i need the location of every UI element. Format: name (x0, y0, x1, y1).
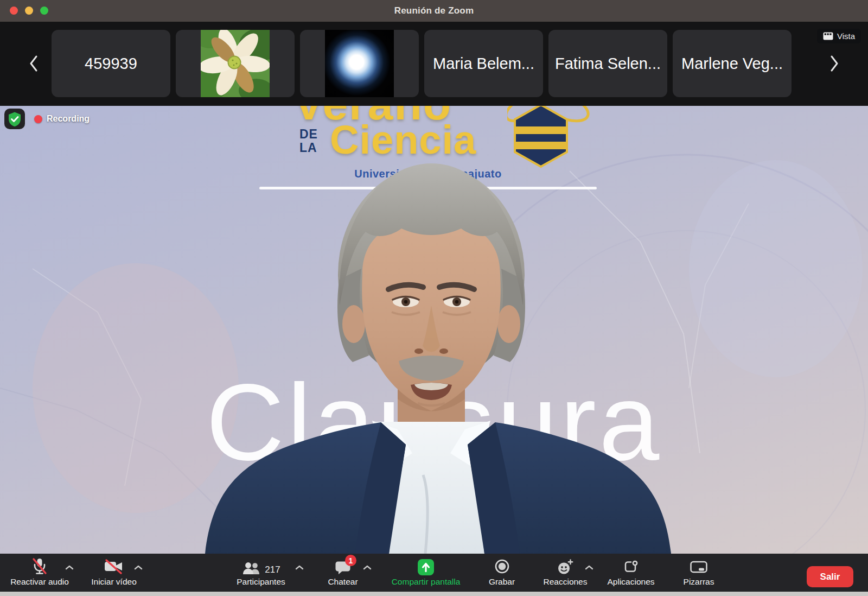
participant-tiles: 459939 (52, 30, 792, 97)
participant-name: Fatima Selen... (555, 55, 661, 73)
zoom-meeting-window: Reunión de Zoom 459939 (0, 0, 868, 596)
participants-button[interactable]: 217 Participantes (218, 557, 304, 587)
share-screen-icon (418, 559, 434, 575)
start-video-label: Iniciar vídeo (71, 577, 157, 587)
light-orb-video (325, 30, 394, 97)
encryption-shield-button[interactable] (4, 109, 25, 129)
view-button-label: Vista (837, 31, 855, 41)
chat-options-chevron[interactable] (363, 563, 372, 572)
gallery-view-icon (823, 32, 833, 40)
reactions-smiley-icon (557, 559, 574, 575)
recording-label: Recording (47, 114, 90, 124)
participants-count: 217 (265, 565, 280, 575)
chevron-up-icon (134, 565, 143, 570)
speaker-video (0, 106, 868, 554)
muted-camera-icon (104, 559, 124, 575)
whiteboards-label: Pizarras (655, 577, 742, 587)
desktop-edge (0, 592, 868, 596)
previous-participants-button[interactable] (28, 54, 39, 74)
video-options-chevron[interactable] (134, 563, 143, 572)
participant-filmstrip: 459939 (0, 22, 868, 106)
traffic-lights (10, 7, 48, 15)
chat-button[interactable]: 1 Chatear (299, 557, 386, 587)
participants-label: Participantes (218, 577, 304, 587)
flower-video (201, 30, 270, 97)
recording-indicator: Recording (34, 114, 90, 124)
meeting-status: Recording (4, 109, 90, 129)
next-participants-button[interactable] (829, 54, 840, 74)
close-window-button[interactable] (10, 7, 18, 15)
participant-name: 459939 (85, 55, 137, 73)
participant-tile-marlene[interactable]: Marlene Veg... (673, 30, 792, 97)
leave-meeting-button[interactable]: Salir (807, 566, 853, 587)
whiteboards-button[interactable]: Pizarras (655, 557, 742, 587)
share-screen-label: Compartir pantalla (382, 577, 469, 587)
view-button[interactable]: Vista (817, 29, 861, 43)
shield-check-icon (8, 111, 22, 127)
chat-unread-badge: 1 (345, 555, 356, 566)
start-video-button[interactable]: Iniciar vídeo (71, 557, 157, 587)
apps-icon (623, 559, 639, 575)
participant-tile-459939[interactable]: 459939 (52, 30, 170, 97)
share-screen-button[interactable]: Compartir pantalla (382, 557, 469, 587)
recording-dot-icon (34, 115, 42, 123)
meeting-toolbar: Reactivar audio Iniciar vídeo (0, 554, 868, 592)
main-video-area: Verano DE LA Ciencia Universidad de Guan… (0, 106, 868, 554)
chevron-up-icon (363, 565, 372, 570)
record-icon (493, 557, 511, 575)
chevron-left-icon (28, 54, 39, 73)
minimize-window-button[interactable] (25, 7, 33, 15)
titlebar: Reunión de Zoom (0, 0, 868, 22)
window-title: Reunión de Zoom (394, 5, 474, 16)
participant-name: Marlene Veg... (681, 55, 783, 73)
participants-icon (241, 561, 261, 575)
participant-tile-fatima[interactable]: Fatima Selen... (548, 30, 667, 97)
chat-label: Chatear (299, 577, 386, 587)
participant-tile-maria[interactable]: Maria Belem... (424, 30, 543, 97)
participant-tile-flower-video[interactable] (176, 30, 295, 97)
chevron-right-icon (829, 54, 840, 73)
muted-microphone-icon (30, 557, 49, 575)
fullscreen-window-button[interactable] (40, 7, 48, 15)
participant-name: Maria Belem... (433, 55, 534, 73)
participant-tile-orb-video[interactable] (300, 30, 419, 97)
whiteboard-icon (690, 560, 708, 575)
